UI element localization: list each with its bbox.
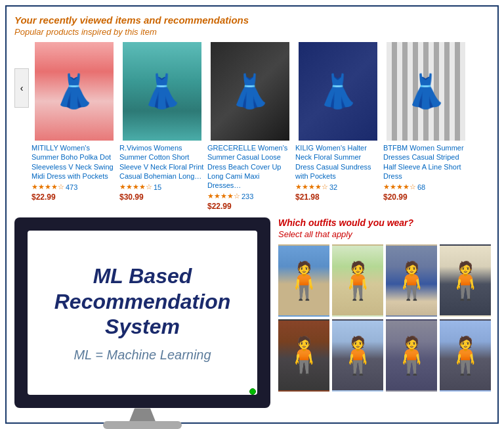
section-title: Your recently viewed items and recommend… bbox=[14, 14, 490, 26]
product-figure-5: 👗 bbox=[387, 42, 465, 141]
product-price-1: $22.99 bbox=[32, 192, 117, 202]
bottom-section: ML Based Recommendation System ML = Mach… bbox=[14, 217, 490, 429]
outfit-grid: 🧍 🧍 🧍 🧍 🧍 🧍 🧍 bbox=[278, 244, 491, 392]
monitor-stand bbox=[129, 408, 156, 421]
stars-icon-4: ★★★★☆ bbox=[295, 183, 328, 191]
prev-button[interactable]: ‹ bbox=[14, 68, 29, 108]
monitor-screen: ML Based Recommendation System ML = Mach… bbox=[28, 231, 257, 395]
product-rating-5: ★★★★☆ 68 bbox=[383, 183, 469, 191]
stars-icon-1: ★★★★☆ bbox=[32, 183, 64, 191]
product-item-5: 👗 BTFBM Women Summer Dresses Casual Stri… bbox=[383, 42, 469, 202]
product-title-3[interactable]: GRECERELLE Women's Summer Casual Loose D… bbox=[207, 143, 293, 190]
outfit-figure-3: 🧍 bbox=[389, 260, 434, 302]
review-count-3[interactable]: 233 bbox=[242, 192, 253, 200]
product-item-2: 👗 R.Vivimos Womens Summer Cotton Short S… bbox=[119, 42, 205, 202]
product-item-3: 👗 GRECERELLE Women's Summer Casual Loose… bbox=[207, 42, 293, 211]
product-figure-1: 👗 bbox=[35, 42, 114, 141]
product-price-4: $21.98 bbox=[295, 192, 381, 202]
product-item-1: 👗 MITILLY Women's Summer Boho Polka Dot … bbox=[32, 42, 117, 202]
product-rating-3: ★★★★☆ 233 bbox=[207, 192, 293, 200]
product-item-4: 👗 KILIG Women's Halter Neck Floral Summe… bbox=[295, 42, 381, 202]
stars-icon-2: ★★★★☆ bbox=[119, 183, 152, 191]
monitor-base bbox=[103, 421, 182, 429]
outfit-item-6[interactable]: 🧍 bbox=[332, 319, 383, 392]
outfit-item-2[interactable]: 🧍 bbox=[332, 244, 383, 317]
outfit-instruction: Select all that apply bbox=[278, 229, 491, 239]
product-image-5: 👗 bbox=[387, 42, 465, 141]
section-subtitle: Popular products inspired by this item bbox=[14, 27, 490, 37]
product-title-5[interactable]: BTFBM Women Summer Dresses Casual Stripe… bbox=[383, 143, 469, 181]
product-title-2[interactable]: R.Vivimos Womens Summer Cotton Short Sle… bbox=[119, 143, 205, 181]
stars-icon-3: ★★★★☆ bbox=[207, 192, 240, 200]
product-price-5: $20.99 bbox=[383, 192, 469, 202]
product-price-2: $30.99 bbox=[119, 192, 205, 202]
product-image-3: 👗 bbox=[211, 42, 289, 141]
outfit-item-5[interactable]: 🧍 bbox=[278, 319, 329, 392]
products-row: ‹ 👗 MITILLY Women's Summer Boho Polka Do… bbox=[14, 42, 490, 211]
outfit-figure-8: 🧍 bbox=[443, 334, 488, 377]
outfit-item-1[interactable]: 🧍 bbox=[278, 244, 329, 317]
review-count-5[interactable]: 68 bbox=[417, 183, 425, 191]
product-image-2: 👗 bbox=[123, 42, 201, 141]
product-rating-2: ★★★★☆ 15 bbox=[119, 183, 205, 191]
outfit-figure-7: 🧍 bbox=[389, 334, 434, 377]
outfit-item-3[interactable]: 🧍 bbox=[386, 244, 437, 317]
outfit-figure-6: 🧍 bbox=[335, 334, 381, 377]
outfit-figure-2: 🧍 bbox=[335, 260, 381, 302]
monitor-section: ML Based Recommendation System ML = Mach… bbox=[14, 217, 270, 429]
outfit-item-7[interactable]: 🧍 bbox=[386, 319, 437, 392]
outfit-item-4[interactable]: 🧍 bbox=[440, 244, 491, 317]
prev-icon: ‹ bbox=[20, 83, 24, 93]
product-price-3: $22.99 bbox=[207, 202, 293, 211]
outfit-figure-4: 🧍 bbox=[443, 260, 488, 302]
outfit-figure-1: 🧍 bbox=[282, 260, 327, 302]
product-title-4[interactable]: KILIG Women's Halter Neck Floral Summer … bbox=[295, 143, 381, 181]
product-rating-1: ★★★★☆ 473 bbox=[32, 183, 117, 191]
outfit-section: Which outfits would you wear? Select all… bbox=[278, 217, 491, 429]
main-container: Your recently viewed items and recommend… bbox=[5, 5, 499, 424]
outfit-figure-5: 🧍 bbox=[282, 334, 327, 377]
outfit-question: Which outfits would you wear? bbox=[278, 217, 491, 228]
monitor-subtitle: ML = Machine Learning bbox=[74, 348, 211, 363]
product-figure-4: 👗 bbox=[299, 42, 377, 141]
review-count-4[interactable]: 32 bbox=[329, 183, 337, 191]
review-count-2[interactable]: 15 bbox=[154, 183, 161, 191]
monitor-outer: ML Based Recommendation System ML = Mach… bbox=[14, 217, 270, 408]
product-image-1: 👗 bbox=[35, 42, 114, 141]
product-image-4: 👗 bbox=[299, 42, 377, 141]
monitor-title: ML Based Recommendation System bbox=[54, 263, 230, 339]
product-figure-2: 👗 bbox=[123, 42, 201, 141]
outfit-item-8[interactable]: 🧍 bbox=[440, 319, 491, 392]
product-title-1[interactable]: MITILLY Women's Summer Boho Polka Dot Sl… bbox=[32, 143, 117, 181]
product-rating-4: ★★★★☆ 32 bbox=[295, 183, 381, 191]
product-figure-3: 👗 bbox=[211, 42, 289, 141]
stars-icon-5: ★★★★☆ bbox=[383, 183, 416, 191]
review-count-1[interactable]: 473 bbox=[66, 183, 77, 191]
